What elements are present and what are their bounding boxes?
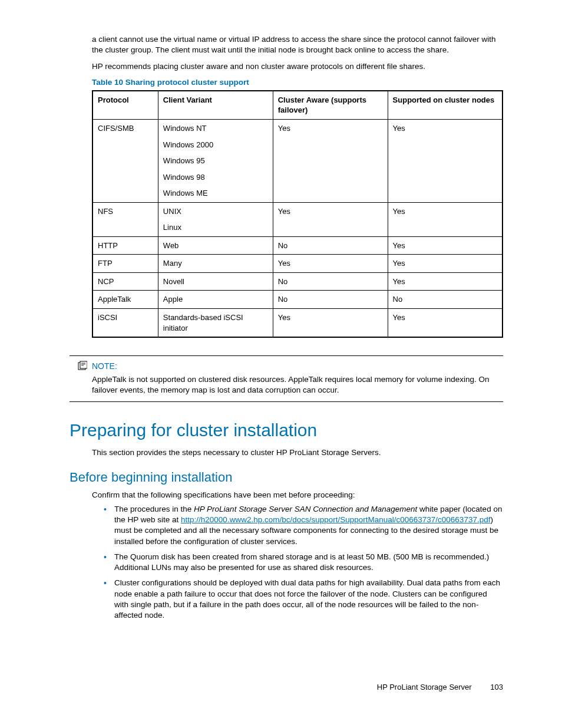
cell-protocol: NFS xyxy=(92,202,158,236)
variant-item: Windows ME xyxy=(163,188,268,199)
intro-paragraph-1: a client cannot use the virtual name or … xyxy=(92,34,503,55)
table-row: iSCSIStandards-based iSCSI initiatorYesY… xyxy=(92,308,503,337)
list-item: The Quorum disk has been created from sh… xyxy=(104,552,503,573)
variant-item: Windows 98 xyxy=(163,172,268,183)
cell-aware: No xyxy=(273,236,388,255)
cell-supported: No xyxy=(388,291,503,309)
bullet-italic: HP ProLiant Storage Server SAN Connectio… xyxy=(194,505,417,513)
cell-variant: Novell xyxy=(158,272,273,291)
heading-preparing: Preparing for cluster installation xyxy=(70,419,503,443)
note-label: NOTE: xyxy=(92,361,503,372)
protocol-table: Protocol Client Variant Cluster Aware (s… xyxy=(92,90,503,338)
cell-supported: Yes xyxy=(388,119,503,202)
intro-paragraph-2: HP recommends placing cluster aware and … xyxy=(92,61,503,72)
th-variant: Client Variant xyxy=(158,91,273,120)
table-row: AppleTalkAppleNoNo xyxy=(92,291,503,309)
heading-before-beginning: Before beginning installation xyxy=(70,469,503,486)
cell-protocol: FTP xyxy=(92,255,158,273)
table-header-row: Protocol Client Variant Cluster Aware (s… xyxy=(92,91,503,120)
table-row: NCPNovellNoYes xyxy=(92,272,503,291)
cell-supported: Yes xyxy=(388,308,503,337)
cell-variant: Windows NTWindows 2000Windows 95Windows … xyxy=(158,119,273,202)
note-body: AppleTalk is not supported on clustered … xyxy=(92,374,503,396)
cell-supported: Yes xyxy=(388,236,503,255)
note-icon xyxy=(78,361,87,373)
cell-aware: Yes xyxy=(273,255,388,273)
th-protocol: Protocol xyxy=(92,91,158,120)
table-row: CIFS/SMBWindows NTWindows 2000Windows 95… xyxy=(92,119,503,202)
cell-protocol: CIFS/SMB xyxy=(92,119,158,202)
list-item: The procedures in the HP ProLiant Storag… xyxy=(104,504,503,547)
bullet-list: The procedures in the HP ProLiant Storag… xyxy=(104,504,503,621)
bullet-text: The procedures in the xyxy=(114,505,194,513)
section1-body: This section provides the steps necessar… xyxy=(92,447,503,458)
table-caption: Table 10 Sharing protocol cluster suppor… xyxy=(92,77,503,88)
cell-variant: UNIXLinux xyxy=(158,202,273,236)
cell-aware: No xyxy=(273,291,388,309)
variant-item: Windows NT xyxy=(163,123,268,134)
table-row: HTTPWebNoYes xyxy=(92,236,503,255)
variant-item: Novell xyxy=(163,276,268,287)
cell-protocol: AppleTalk xyxy=(92,291,158,309)
table-row: NFSUNIXLinuxYesYes xyxy=(92,202,503,236)
th-aware: Cluster Aware (supports failover) xyxy=(273,91,388,120)
note-block: NOTE: AppleTalk is not supported on clus… xyxy=(70,355,503,402)
page-footer: HP ProLiant Storage Server 103 xyxy=(377,682,503,693)
cell-supported: Yes xyxy=(388,255,503,273)
variant-item: Apple xyxy=(163,294,268,305)
cell-supported: Yes xyxy=(388,272,503,291)
footer-page-number: 103 xyxy=(490,683,503,691)
cell-variant: Many xyxy=(158,255,273,273)
list-item: Cluster configurations should be deploye… xyxy=(104,578,503,621)
footer-title: HP ProLiant Storage Server xyxy=(377,683,472,691)
section2-intro: Confirm that the following specification… xyxy=(92,490,503,500)
cell-aware: Yes xyxy=(273,202,388,236)
variant-item: Many xyxy=(163,258,268,269)
cell-variant: Web xyxy=(158,236,273,255)
cell-aware: No xyxy=(273,272,388,291)
svg-rect-1 xyxy=(80,361,87,368)
cell-aware: Yes xyxy=(273,119,388,202)
variant-item: Windows 2000 xyxy=(163,140,268,150)
cell-protocol: HTTP xyxy=(92,236,158,255)
th-supported: Supported on cluster nodes xyxy=(388,91,503,120)
variant-item: Web xyxy=(163,241,268,251)
cell-protocol: iSCSI xyxy=(92,308,158,337)
variant-item: Linux xyxy=(163,222,268,233)
table-row: FTPManyYesYes xyxy=(92,255,503,273)
cell-protocol: NCP xyxy=(92,272,158,291)
cell-variant: Apple xyxy=(158,291,273,309)
variant-item: UNIX xyxy=(163,206,268,217)
variant-item: Windows 95 xyxy=(163,156,268,166)
variant-item: Standards-based iSCSI initiator xyxy=(163,312,268,333)
cell-supported: Yes xyxy=(388,202,503,236)
cell-aware: Yes xyxy=(273,308,388,337)
cell-variant: Standards-based iSCSI initiator xyxy=(158,308,273,337)
bullet-link[interactable]: http://h20000.www2.hp.com/bc/docs/suppor… xyxy=(181,515,490,524)
